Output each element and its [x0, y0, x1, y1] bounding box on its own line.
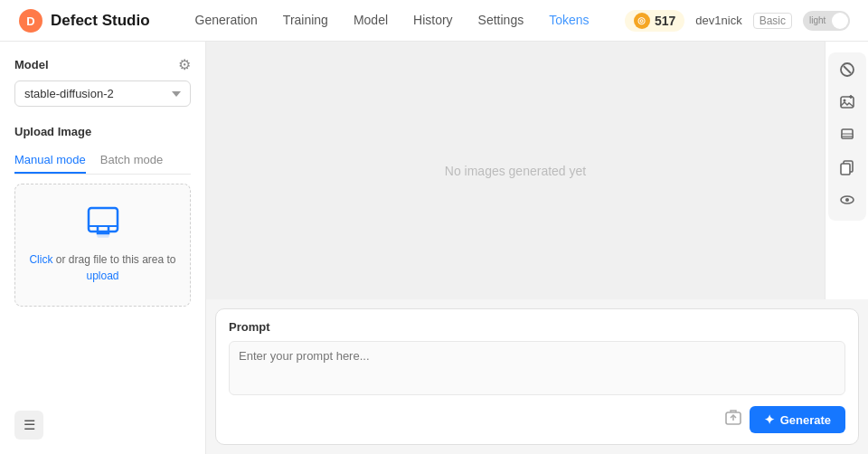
- layers-icon: [839, 127, 855, 147]
- sidebar: Model ⚙ stable-diffusion-2 stable-diffus…: [0, 42, 206, 454]
- nav-history[interactable]: History: [413, 0, 453, 42]
- upload-inbox-icon: [85, 206, 121, 242]
- username-label: dev1nick: [695, 14, 741, 27]
- upload-dropzone[interactable]: Click or drag file to this area to uploa…: [14, 184, 191, 307]
- upload-instructions: Click or drag file to this area to uploa…: [29, 251, 175, 284]
- canvas-area: No images generated yet: [206, 42, 825, 299]
- eye-icon: [839, 192, 855, 212]
- copy-icon: [839, 159, 855, 179]
- header: D Defect Studio Generation Training Mode…: [0, 0, 868, 42]
- svg-rect-14: [841, 164, 850, 175]
- canvas-empty-text: No images generated yet: [445, 164, 586, 178]
- model-section: Model ⚙ stable-diffusion-2 stable-diffus…: [14, 56, 191, 107]
- mode-tabs: Manual mode Batch mode: [14, 147, 191, 175]
- model-select[interactable]: stable-diffusion-2 stable-diffusion-1.5 …: [14, 80, 191, 107]
- generate-button[interactable]: ✦ Generate: [750, 406, 845, 433]
- logo: D Defect Studio: [18, 8, 150, 33]
- image-add-icon: [839, 94, 855, 114]
- svg-text:D: D: [26, 14, 34, 28]
- nav-settings[interactable]: Settings: [478, 0, 524, 42]
- credits-amount: 517: [655, 14, 675, 28]
- model-section-title: Model: [14, 58, 49, 71]
- eye-button[interactable]: [832, 186, 863, 217]
- generate-label: Generate: [780, 413, 831, 427]
- logo-icon: D: [18, 8, 43, 33]
- credits-coin-icon: ◎: [634, 13, 650, 29]
- nav-training[interactable]: Training: [283, 0, 328, 42]
- right-toolbar: [825, 42, 868, 299]
- menu-icon-button[interactable]: ☰: [14, 411, 43, 440]
- credits-badge: ◎ 517: [625, 10, 684, 32]
- svg-rect-2: [89, 208, 118, 232]
- image-add-button[interactable]: [832, 89, 863, 119]
- layers-button[interactable]: [832, 121, 863, 152]
- nav-generation[interactable]: Generation: [195, 0, 258, 42]
- logo-text: Defect Studio: [51, 12, 150, 30]
- toolbar-group: [828, 52, 866, 221]
- plan-badge: Basic: [753, 13, 792, 29]
- prompt-textarea[interactable]: [229, 341, 845, 395]
- click-link: Click: [29, 253, 52, 266]
- eraser-tool-button[interactable]: [832, 56, 863, 87]
- main-content: Model ⚙ stable-diffusion-2 stable-diffus…: [0, 42, 868, 454]
- upload-link: upload: [86, 270, 118, 282]
- theme-toggle[interactable]: light: [803, 11, 850, 31]
- copy-button[interactable]: [832, 154, 863, 184]
- theme-label: light: [809, 15, 826, 25]
- prompt-upload-icon[interactable]: [724, 409, 742, 431]
- nav-tokens[interactable]: Tokens: [549, 0, 589, 42]
- main-nav: Generation Training Model History Settin…: [195, 0, 598, 42]
- tab-batch-mode[interactable]: Batch mode: [100, 147, 163, 174]
- model-settings-icon[interactable]: ⚙: [178, 56, 191, 73]
- upload-middle-text: or drag file to this area to: [52, 253, 175, 266]
- sidebar-bottom: ☰: [14, 400, 191, 440]
- prompt-label: Prompt: [229, 320, 845, 334]
- upload-image-section: Upload Image Manual mode Batch mode Clic…: [14, 125, 191, 307]
- svg-point-16: [845, 198, 849, 202]
- tab-manual-mode[interactable]: Manual mode: [14, 147, 86, 174]
- prompt-footer: ✦ Generate: [229, 406, 845, 433]
- header-right: ◎ 517 dev1nick Basic light: [625, 10, 850, 32]
- nav-model[interactable]: Model: [354, 0, 388, 42]
- svg-line-5: [844, 66, 851, 73]
- generate-star-icon: ✦: [764, 412, 775, 427]
- prompt-area: Prompt ✦ Generate: [215, 308, 859, 445]
- upload-section-title: Upload Image: [14, 125, 191, 138]
- eraser-icon: [839, 61, 855, 81]
- model-section-header: Model ⚙: [14, 56, 191, 73]
- svg-rect-3: [98, 232, 108, 237]
- toggle-knob: [832, 13, 848, 29]
- hamburger-icon: ☰: [24, 417, 35, 433]
